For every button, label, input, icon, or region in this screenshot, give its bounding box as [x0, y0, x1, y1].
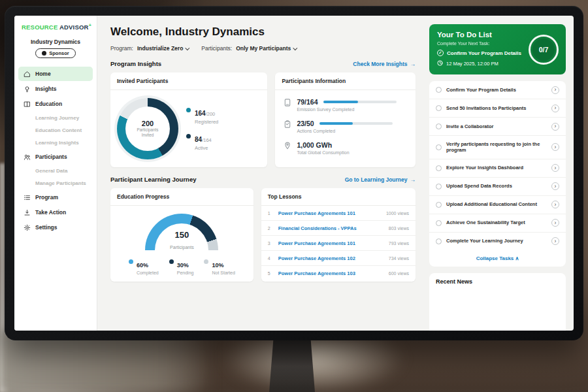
- app-logo: RESOURCE ADVISOR+: [14, 23, 97, 31]
- monitor-stand: [269, 335, 315, 392]
- check-more-insights-link[interactable]: Check More Insights →: [353, 61, 416, 67]
- chevron-right-icon[interactable]: ›: [551, 86, 559, 94]
- chevron-right-icon[interactable]: ›: [551, 105, 559, 112]
- logo-plus: +: [89, 23, 91, 27]
- arrow-right-icon: →: [410, 61, 416, 67]
- task-checkbox[interactable]: [436, 123, 442, 129]
- participants-select[interactable]: Only My Participants: [236, 45, 297, 52]
- sidebar-item-label: Participants: [35, 154, 67, 160]
- chevron-right-icon[interactable]: ›: [551, 237, 559, 245]
- sponsor-badge[interactable]: Sponsor: [35, 48, 75, 58]
- card-title: Participants Information: [275, 73, 416, 90]
- todo-task[interactable]: Upload Additional Educational Content ›: [429, 196, 566, 214]
- gear-icon: [23, 223, 31, 231]
- monitor-frame: RESOURCE ADVISOR+ Industry Dynamics Spon…: [5, 6, 583, 340]
- task-checkbox[interactable]: [436, 165, 442, 171]
- invited-participants-card: Invited Participants 200 Participants In…: [110, 73, 267, 167]
- chevron-right-icon[interactable]: ›: [551, 164, 559, 172]
- sidebar-item-label: Education: [35, 101, 62, 107]
- task-checkbox[interactable]: [436, 87, 442, 93]
- logo-advisor: ADVISOR: [59, 24, 89, 31]
- sidebar-item-home[interactable]: Home: [18, 67, 93, 81]
- chevron-right-icon[interactable]: ›: [551, 123, 559, 131]
- sidebar-item-label: Take Action: [35, 209, 66, 216]
- donut-center-value: 200: [142, 120, 154, 127]
- sidebar-item-learning-insights[interactable]: Learning Insights: [14, 137, 97, 149]
- legend-item-completed: 60% Completed: [129, 258, 159, 275]
- page-title: Welcome, Industry Dynamics: [110, 25, 416, 39]
- legend-item-active: 84/164 Active: [186, 133, 218, 151]
- donut-legend: 164/200 Registered 84/164 Active: [186, 106, 218, 151]
- section-title: Participant Learning Journey: [110, 176, 196, 183]
- card-title: Education Progress: [110, 188, 253, 206]
- stat-actions-completed: 23/50 Actions Completed: [283, 120, 408, 133]
- learning-journey-header: Participant Learning Journey Go to Learn…: [110, 176, 416, 183]
- gauge-center: 150 Participants: [145, 230, 218, 252]
- stat-global-consumption: 1,000 GWh Total Global Consumption: [283, 141, 408, 155]
- lesson-link[interactable]: Financial Considerations - VPPAs: [278, 225, 383, 231]
- todo-task[interactable]: Invite a Collaborator ›: [429, 118, 566, 136]
- list-icon: [23, 193, 31, 201]
- card-title: Top Lessons: [261, 188, 416, 206]
- sidebar-item-participants[interactable]: Participants: [18, 150, 93, 164]
- todo-task[interactable]: Verify participants requesting to join t…: [429, 136, 566, 159]
- legend-dot: [204, 259, 208, 264]
- lesson-link[interactable]: Power Purchase Agreements 103: [278, 270, 383, 276]
- todo-task[interactable]: Achieve One Sustainability Target ›: [429, 214, 566, 233]
- todo-task[interactable]: Confirm Your Program Details ›: [429, 81, 566, 99]
- task-checkbox[interactable]: [436, 184, 442, 189]
- sidebar-item-learning-journey[interactable]: Learning Journey: [14, 112, 97, 124]
- lesson-link[interactable]: Power Purchase Agreements 101: [278, 210, 380, 216]
- todo-task[interactable]: Complete Your Learning Journey ›: [429, 233, 566, 250]
- program-insights-header: Program Insights Check More Insights →: [110, 60, 416, 67]
- task-checkbox[interactable]: [436, 144, 442, 150]
- people-icon: [23, 153, 31, 161]
- task-checkbox[interactable]: [436, 202, 442, 208]
- check-icon: ✓: [437, 50, 444, 56]
- legend-item-pending: 30% Pending: [169, 258, 194, 275]
- program-select[interactable]: Industrialize Zero: [137, 45, 189, 52]
- progress-bar: [319, 122, 393, 125]
- legend-item-not-started: 10% Not Started: [204, 258, 235, 275]
- todo-task[interactable]: Upload Spend Data Records ›: [429, 178, 566, 196]
- task-checkbox[interactable]: [436, 220, 442, 226]
- sidebar-item-insights[interactable]: Insights: [18, 82, 93, 96]
- sidebar-nav: Home Insights Education Learning Journey…: [14, 67, 97, 235]
- next-task[interactable]: ✓ Confirm Your Program Details: [437, 50, 529, 56]
- book-icon: [23, 100, 31, 108]
- survey-icon: [283, 98, 291, 112]
- filters-bar: Program: Industrialize Zero Participants…: [110, 45, 416, 52]
- todo-task[interactable]: Explore Your Insights Dashboard ›: [429, 159, 566, 178]
- todo-task[interactable]: Send 50 Invitations to Participants ›: [429, 99, 566, 118]
- sidebar-item-education[interactable]: Education: [18, 97, 93, 111]
- legend-dot: [186, 108, 191, 112]
- chevron-right-icon[interactable]: ›: [551, 201, 559, 208]
- participants-information-card: Participants Information 79/164 Emission…: [275, 73, 416, 167]
- sidebar-item-take-action[interactable]: Take Action: [18, 205, 93, 220]
- gauge-legend: 60% Completed 30% Pending 10% Not Starte…: [129, 258, 235, 275]
- chevron-down-icon: [186, 46, 190, 50]
- program-select-value: Industrialize Zero: [137, 45, 183, 52]
- org-name: Industry Dynamics: [14, 39, 97, 45]
- task-checkbox[interactable]: [436, 105, 442, 111]
- top-lessons-card: Top Lessons 1 Power Purchase Agreements …: [261, 188, 416, 282]
- right-panel: Your To Do List Complete Your Next Task:…: [424, 16, 574, 331]
- lesson-link[interactable]: Power Purchase Agreements 101: [278, 240, 383, 246]
- chevron-right-icon[interactable]: ›: [551, 182, 559, 190]
- lesson-row: 3 Power Purchase Agreements 101 793views: [261, 236, 416, 251]
- sidebar-item-manage-participants[interactable]: Manage Participants: [14, 177, 97, 189]
- lesson-row: 1 Power Purchase Agreements 101 1000view…: [261, 206, 416, 221]
- collapse-tasks-link[interactable]: Collapse Tasks ∧: [429, 250, 566, 267]
- sidebar-item-education-content[interactable]: Education Content: [14, 124, 97, 137]
- go-to-learning-journey-link[interactable]: Go to Learning Journey →: [345, 176, 416, 183]
- lesson-link[interactable]: Power Purchase Agreements 102: [278, 255, 383, 261]
- recent-news-title: Recent News: [436, 278, 559, 285]
- sidebar-item-program[interactable]: Program: [18, 190, 93, 204]
- chevron-right-icon[interactable]: ›: [551, 219, 559, 227]
- donut-center: 200 Participants Invited: [125, 106, 170, 151]
- progress-bar: [323, 101, 397, 103]
- chevron-right-icon[interactable]: ›: [551, 143, 559, 151]
- task-checkbox[interactable]: [436, 238, 442, 244]
- sidebar-item-settings[interactable]: Settings: [18, 220, 93, 235]
- sidebar-item-general-data[interactable]: General Data: [14, 165, 97, 177]
